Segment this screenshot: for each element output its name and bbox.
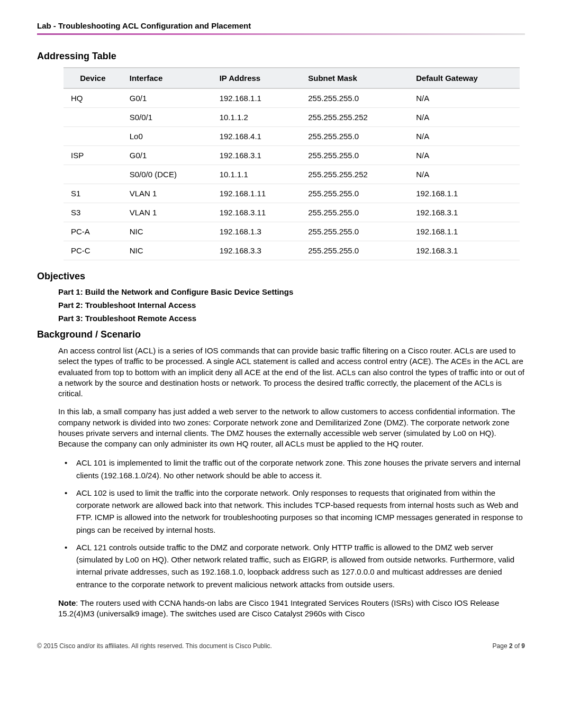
table-cell: VLAN 1 <box>122 184 212 203</box>
bullet-item: ACL 101 is implemented to limit the traf… <box>65 457 525 481</box>
table-row: S0/0/110.1.1.2255.255.255.252N/A <box>64 108 520 127</box>
table-cell: 255.255.255.0 <box>301 241 409 260</box>
background-para-2: In this lab, a small company has just ad… <box>58 406 525 449</box>
table-cell: 192.168.1.3 <box>212 222 301 241</box>
table-cell: S0/0/1 <box>122 108 212 127</box>
table-cell: N/A <box>409 146 520 165</box>
table-cell: 192.168.4.1 <box>212 127 301 146</box>
footer-page: Page 2 of 9 <box>493 642 525 650</box>
note-paragraph: Note: The routers used with CCNA hands-o… <box>58 598 525 620</box>
table-row: ISPG0/1192.168.3.1255.255.255.0N/A <box>64 146 520 165</box>
footer-page-num: 2 <box>509 642 513 650</box>
table-cell: N/A <box>409 165 520 184</box>
table-row: S3VLAN 1192.168.3.11255.255.255.0192.168… <box>64 203 520 222</box>
footer-page-of: of <box>513 642 522 650</box>
table-row: PC-ANIC192.168.1.3255.255.255.0192.168.1… <box>64 222 520 241</box>
table-cell <box>64 165 122 184</box>
table-cell: 255.255.255.0 <box>301 88 409 108</box>
col-interface: Interface <box>122 68 212 88</box>
addressing-heading: Addressing Table <box>37 51 525 62</box>
table-cell: 192.168.1.1 <box>212 88 301 108</box>
table-cell: 10.1.1.2 <box>212 108 301 127</box>
table-cell: 255.255.255.0 <box>301 222 409 241</box>
table-row: Lo0192.168.4.1255.255.255.0N/A <box>64 127 520 146</box>
table-cell: 192.168.3.1 <box>212 146 301 165</box>
table-cell: 192.168.1.1 <box>409 222 520 241</box>
addressing-table: Device Interface IP Address Subnet Mask … <box>64 67 520 260</box>
table-cell: VLAN 1 <box>122 203 212 222</box>
table-cell: Lo0 <box>122 127 212 146</box>
table-cell: G0/1 <box>122 88 212 108</box>
table-cell: 192.168.3.11 <box>212 203 301 222</box>
table-cell: NIC <box>122 222 212 241</box>
footer-page-prefix: Page <box>493 642 509 650</box>
table-cell: 192.168.3.1 <box>409 203 520 222</box>
col-ip: IP Address <box>212 68 301 88</box>
objective-item: Part 2: Troubleshoot Internal Access <box>58 301 525 310</box>
table-cell: 255.255.255.0 <box>301 184 409 203</box>
table-header-row: Device Interface IP Address Subnet Mask … <box>64 68 520 88</box>
table-row: HQG0/1192.168.1.1255.255.255.0N/A <box>64 88 520 108</box>
note-label: Note <box>58 598 76 607</box>
note-body: : The routers used with CCNA hands-on la… <box>58 598 499 618</box>
table-cell: ISP <box>64 146 122 165</box>
table-cell: 192.168.1.1 <box>409 184 520 203</box>
table-cell: 255.255.255.252 <box>301 165 409 184</box>
col-device: Device <box>64 68 122 88</box>
table-cell: S1 <box>64 184 122 203</box>
col-mask: Subnet Mask <box>301 68 409 88</box>
bullet-item: ACL 121 controls outside traffic to the … <box>65 541 525 590</box>
table-cell: G0/1 <box>122 146 212 165</box>
table-cell <box>64 127 122 146</box>
background-para-1: An access control list (ACL) is a series… <box>58 345 525 399</box>
bullet-item: ACL 102 is used to limit the traffic int… <box>65 487 525 536</box>
table-cell: 255.255.255.0 <box>301 146 409 165</box>
table-cell: 192.168.3.3 <box>212 241 301 260</box>
footer-copyright: © 2015 Cisco and/or its affiliates. All … <box>37 642 272 650</box>
table-cell: 10.1.1.1 <box>212 165 301 184</box>
table-cell: N/A <box>409 88 520 108</box>
table-cell: N/A <box>409 108 520 127</box>
table-cell: S0/0/0 (DCE) <box>122 165 212 184</box>
page-footer: © 2015 Cisco and/or its affiliates. All … <box>37 642 525 650</box>
table-cell: PC-C <box>64 241 122 260</box>
objective-item: Part 1: Build the Network and Configure … <box>58 287 525 296</box>
table-cell: NIC <box>122 241 212 260</box>
table-cell: 255.255.255.0 <box>301 127 409 146</box>
lab-header: Lab - Troubleshooting ACL Configuration … <box>37 21 525 35</box>
objectives-heading: Objectives <box>37 271 525 282</box>
table-row: S1VLAN 1192.168.1.11255.255.255.0192.168… <box>64 184 520 203</box>
table-cell: S3 <box>64 203 122 222</box>
table-cell: HQ <box>64 88 122 108</box>
table-cell: PC-A <box>64 222 122 241</box>
objective-item: Part 3: Troubleshoot Remote Access <box>58 314 525 323</box>
table-cell: 255.255.255.252 <box>301 108 409 127</box>
table-cell: 192.168.1.11 <box>212 184 301 203</box>
table-row: S0/0/0 (DCE)10.1.1.1255.255.255.252N/A <box>64 165 520 184</box>
table-cell: N/A <box>409 127 520 146</box>
table-cell: 192.168.3.1 <box>409 241 520 260</box>
table-row: PC-CNIC192.168.3.3255.255.255.0192.168.3… <box>64 241 520 260</box>
table-cell: 255.255.255.0 <box>301 203 409 222</box>
background-heading: Background / Scenario <box>37 329 525 340</box>
col-gateway: Default Gateway <box>409 68 520 88</box>
table-cell <box>64 108 122 127</box>
footer-page-total: 9 <box>521 642 525 650</box>
